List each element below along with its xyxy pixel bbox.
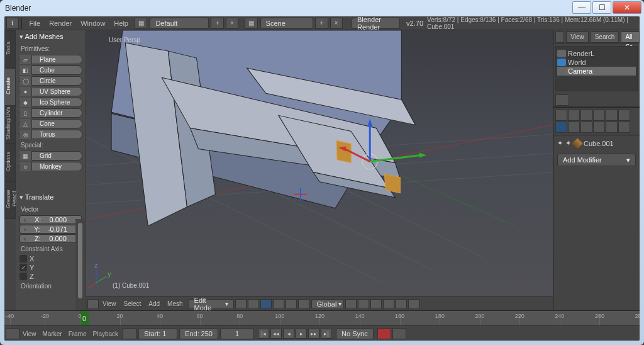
viewport-menu-mesh[interactable]: Mesh (164, 300, 186, 307)
prop-tab-constraints[interactable] (618, 110, 630, 121)
jump-to-end-button[interactable]: ▸| (321, 329, 332, 339)
titlebar[interactable]: Blender — ☐ ✕ (0, 0, 644, 16)
outliner-item[interactable]: World (557, 58, 636, 67)
prop-tab-texture[interactable] (593, 122, 605, 133)
menu-render[interactable]: Render (45, 20, 76, 27)
prop-tab-scene[interactable] (580, 110, 592, 121)
mesh-cone-button[interactable]: △Cone (19, 119, 82, 128)
close-button[interactable]: ✕ (613, 1, 641, 14)
sel-face-icon[interactable] (286, 299, 297, 309)
mesh-monkey-button[interactable]: ☺Monkey (19, 162, 82, 171)
prop-tab-object[interactable] (606, 110, 618, 121)
prop-tab-data[interactable] (568, 122, 580, 133)
constraint-x-checkbox[interactable] (19, 255, 27, 263)
layers-icon[interactable] (383, 299, 394, 309)
outliner-display-mode[interactable]: All Sc (621, 31, 640, 43)
toolshelf-scrollbar[interactable] (75, 219, 85, 310)
translate-header[interactable]: Translate (16, 191, 86, 204)
timeline-editor-icon[interactable] (6, 328, 19, 339)
keying-set-icon[interactable] (392, 328, 406, 339)
prop-tab-material[interactable] (580, 122, 592, 133)
tool-tab-create[interactable]: Create (4, 68, 16, 106)
viewport-menu-view[interactable]: View (99, 300, 120, 307)
mesh-plane-button[interactable]: ▱Plane (19, 55, 82, 64)
tool-tab-tools[interactable]: Tools (4, 30, 16, 68)
outliner-menu-view[interactable]: View (566, 31, 589, 43)
start-frame-input[interactable]: Start: 1 (138, 328, 177, 339)
mesh-torus-button[interactable]: ◎Torus (19, 130, 82, 139)
outliner-menu-search[interactable]: Search (591, 31, 619, 43)
scene-add-icon[interactable]: + (315, 18, 328, 29)
timeline-menu-playback[interactable]: Playback (90, 331, 122, 337)
prop-tab-renderlayers[interactable] (568, 110, 580, 121)
editor-type-3dview-icon[interactable] (87, 299, 99, 309)
menu-help[interactable]: Help (109, 20, 133, 27)
mode-select[interactable]: Edit Mode ▾ (189, 299, 234, 309)
pivot-icon[interactable] (248, 299, 259, 309)
vector-y[interactable]: ‹Y:-0.071› (19, 225, 82, 234)
tool-tab-shading-uvs[interactable]: Shading/UVs (4, 106, 16, 144)
scene-remove-icon[interactable]: × (330, 18, 343, 29)
play-button[interactable]: ▸ (296, 329, 307, 339)
prop-tab-render[interactable] (555, 110, 567, 121)
manip-icon-3[interactable] (370, 299, 382, 309)
prop-tab-modifiers[interactable] (555, 122, 567, 133)
vector-x[interactable]: ‹X:0.000› (19, 215, 82, 224)
mesh-grid-button[interactable]: ▦Grid (19, 151, 82, 161)
constraint-z-checkbox[interactable] (19, 273, 27, 280)
mesh-circle-button[interactable]: ◯Circle (19, 76, 82, 86)
render-engine-select[interactable]: Blender Render (352, 18, 400, 29)
limit-sel-icon[interactable] (298, 299, 309, 309)
screen-layout-browse-icon[interactable]: ▦ (135, 18, 147, 29)
snap-icon[interactable] (396, 299, 407, 309)
viewport-menu-select[interactable]: Select (120, 300, 145, 307)
mesh-uvsphere-button[interactable]: ●UV Sphere (19, 87, 82, 96)
prop-tab-physics[interactable] (618, 122, 630, 133)
prop-tab-particles[interactable] (606, 122, 618, 133)
sync-mode-select[interactable]: No Sync (336, 328, 374, 339)
jump-to-start-button[interactable]: |◂ (258, 329, 269, 339)
mesh-cylinder-button[interactable]: ▯Cylinder (19, 108, 82, 118)
screen-layout-add-icon[interactable]: + (211, 18, 223, 29)
screen-layout-remove-icon[interactable]: × (226, 18, 238, 29)
tool-tab-grease-pencil[interactable]: Grease Pencil (4, 181, 16, 219)
keyframe-next-button[interactable]: ▸▸ (308, 329, 319, 339)
menu-window[interactable]: Window (76, 20, 109, 27)
constraint-y-checkbox[interactable]: ✓ (19, 264, 27, 271)
render-preview-icon[interactable] (408, 299, 419, 309)
tool-tab-options[interactable]: Options (4, 144, 16, 181)
use-preview-range-icon[interactable] (123, 328, 136, 339)
auto-keyframe-button[interactable] (377, 328, 391, 339)
timeline-menu-frame[interactable]: Frame (65, 331, 90, 337)
minimize-button[interactable]: — (572, 1, 591, 14)
outliner-item[interactable]: Camera (557, 67, 636, 76)
outliner-editor-icon[interactable] (555, 31, 564, 43)
scene-select[interactable]: Scene (260, 18, 314, 29)
timeline-menu-marker[interactable]: Marker (40, 331, 65, 337)
menu-file[interactable]: File (25, 20, 45, 27)
shading-icon[interactable] (235, 299, 247, 309)
vector-z[interactable]: ‹Z:0.000› (19, 234, 82, 243)
outliner[interactable]: RenderL World Camera (555, 46, 638, 91)
outliner-item[interactable]: RenderL (557, 49, 636, 58)
keyframe-prev-button[interactable]: ◂◂ (270, 329, 282, 339)
scrollbar-thumb[interactable] (78, 223, 82, 298)
scene-browse-icon[interactable]: ▦ (245, 18, 257, 29)
current-frame-input[interactable]: 1 (220, 328, 254, 339)
maximize-button[interactable]: ☐ (592, 1, 611, 14)
add-modifier-button[interactable]: Add Modifier▾ (557, 154, 636, 166)
3d-viewport[interactable]: z y User Persp (1) Cube.001 View Select … (86, 30, 553, 310)
sel-vertex-icon[interactable] (260, 299, 272, 309)
add-meshes-header[interactable]: Add Meshes (16, 30, 86, 43)
play-reverse-button[interactable]: ◂ (283, 329, 294, 339)
orientation-select[interactable]: Global ▾ (311, 299, 344, 309)
sel-edge-icon[interactable] (273, 299, 284, 309)
end-frame-input[interactable]: End: 250 (179, 328, 218, 339)
timeline-menu-view[interactable]: View (19, 331, 40, 337)
mesh-cube-button[interactable]: ◧Cube (19, 65, 82, 75)
props-editor-icon[interactable] (555, 94, 569, 106)
editor-type-icon[interactable]: ℹ (6, 18, 19, 29)
manip-icon-1[interactable] (345, 299, 357, 309)
manip-icon-2[interactable] (358, 299, 369, 309)
prop-tab-world[interactable] (593, 110, 605, 121)
